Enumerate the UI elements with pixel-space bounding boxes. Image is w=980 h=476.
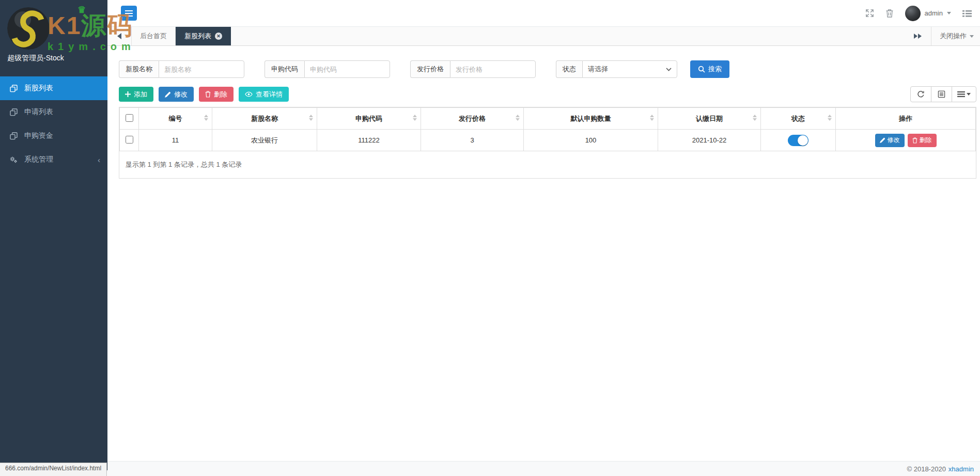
column-header-code[interactable]: 申购代码 (317, 108, 421, 130)
sidebar-item-label: 系统管理 (24, 155, 53, 164)
profile-name: 超级管理员-Stock (7, 54, 107, 63)
delete-button-label: 删除 (214, 90, 227, 99)
row-delete-label: 删除 (920, 136, 932, 145)
subscribe-code-input[interactable] (304, 60, 390, 78)
hamburger-menu-button[interactable] (121, 6, 137, 21)
close-operations-dropdown[interactable]: 关闭操作 (931, 27, 980, 45)
cell-id: 11 (139, 130, 212, 151)
trash-icon (912, 137, 917, 144)
table-row[interactable]: 11 农业银行 111222 3 100 2021-10-22 (120, 130, 976, 151)
table-mini-toolbar (911, 86, 976, 102)
sort-icon (650, 115, 654, 121)
status-select[interactable]: 请选择 (582, 60, 677, 78)
columns-list-icon (957, 91, 965, 98)
copyright-text: © 2018-2020 (907, 465, 946, 473)
cell-date: 2021-10-22 (658, 130, 761, 151)
cell-price: 3 (421, 130, 524, 151)
card-view-icon (938, 90, 945, 98)
tab-close-icon[interactable]: ✕ (215, 33, 222, 40)
cell-select (120, 130, 139, 151)
issue-price-input[interactable] (450, 60, 536, 78)
right-panel-button[interactable] (962, 9, 972, 18)
pencil-icon (880, 137, 885, 143)
trash-icon (885, 9, 894, 18)
tabs-scroll-right-button[interactable] (904, 27, 931, 45)
header-select-all (120, 108, 139, 130)
tab-strip: 后台首页 新股列表 ✕ 关闭操作 (107, 27, 980, 46)
sidebar-item-system-management[interactable]: 系统管理 ‹ (0, 148, 107, 171)
column-header-id[interactable]: 编号 (139, 108, 212, 130)
column-header-name[interactable]: 新股名称 (212, 108, 317, 130)
chevron-down-icon (666, 68, 672, 71)
navbar-right: admin (865, 6, 972, 21)
top-navbar: admin (107, 0, 980, 27)
data-table-container: 编号 新股名称 申购代码 发行价格 默认申购数量 认缴日期 状态 操作 11 (119, 107, 976, 179)
clear-cache-button[interactable] (885, 9, 894, 18)
table-header-row: 编号 新股名称 申购代码 发行价格 默认申购数量 认缴日期 状态 操作 (120, 108, 976, 130)
toggle-view-button[interactable] (931, 86, 952, 102)
filter-label: 申购代码 (265, 60, 304, 78)
sidebar-menu: 新股列表 申请列表 申购资金 系统管理 ‹ (0, 76, 107, 171)
tabstrip-right: 关闭操作 (904, 27, 980, 45)
sort-icon (413, 115, 417, 121)
sidebar-item-label: 新股列表 (24, 84, 53, 93)
add-button[interactable]: 添加 (119, 87, 153, 102)
status-toggle[interactable] (788, 135, 808, 146)
sort-icon (204, 115, 208, 121)
tab-new-stock-list[interactable]: 新股列表 ✕ (176, 27, 231, 45)
footer: © 2018-2020 xhadmin (107, 461, 980, 476)
stock-name-input[interactable] (159, 60, 244, 78)
avatar[interactable] (7, 7, 50, 50)
delete-button[interactable]: 删除 (199, 87, 234, 102)
pencil-icon (165, 91, 171, 98)
select-all-checkbox[interactable] (126, 114, 133, 122)
column-header-date[interactable]: 认缴日期 (658, 108, 761, 130)
sidebar-item-label: 申请列表 (24, 107, 53, 117)
edit-button-label: 修改 (174, 90, 188, 99)
cell-code: 111222 (317, 130, 421, 151)
edit-button[interactable]: 修改 (159, 87, 194, 102)
sort-icon (309, 115, 313, 121)
column-header-price[interactable]: 发行价格 (421, 108, 524, 130)
user-avatar (905, 6, 921, 21)
column-header-status[interactable]: 状态 (761, 108, 836, 130)
sort-icon (828, 115, 832, 121)
plus-icon (125, 91, 131, 97)
clone-icon (9, 132, 18, 140)
filter-group-stock-name: 新股名称 (119, 60, 244, 78)
brand-link[interactable]: xhadmin (948, 465, 974, 473)
pagination-summary: 显示第 1 到第 1 条记录，总共 1 条记录 (119, 151, 976, 178)
cell-operations: 修改 删除 (836, 130, 976, 151)
user-menu[interactable]: admin (905, 6, 951, 21)
sidebar-item-new-stock-list[interactable]: 新股列表 (0, 76, 107, 100)
tabs-scroll-left-button[interactable] (107, 27, 131, 45)
filter-row: 新股名称 申购代码 发行价格 状态 请选择 搜索 (119, 60, 976, 78)
search-button-label: 搜索 (708, 65, 722, 74)
search-button[interactable]: 搜索 (690, 60, 729, 78)
cell-qty: 100 (524, 130, 658, 151)
data-table: 编号 新股名称 申购代码 发行价格 默认申购数量 认缴日期 状态 操作 11 (119, 107, 976, 151)
content-area: 新股名称 申购代码 发行价格 状态 请选择 搜索 (107, 46, 980, 179)
view-detail-button-label: 查看详情 (256, 90, 283, 99)
filter-label: 状态 (556, 60, 582, 78)
sidebar-item-apply-list[interactable]: 申请列表 (0, 100, 107, 124)
username: admin (925, 9, 943, 17)
status-select-value: 请选择 (588, 65, 608, 74)
row-edit-button[interactable]: 修改 (875, 134, 905, 147)
filter-label: 发行价格 (410, 60, 450, 78)
refresh-button[interactable] (910, 86, 931, 102)
column-header-qty[interactable]: 默认申购数量 (524, 108, 658, 130)
tab-dashboard[interactable]: 后台首页 (131, 27, 176, 45)
columns-button[interactable] (952, 86, 976, 102)
clone-icon (9, 108, 18, 116)
row-checkbox[interactable] (126, 136, 133, 144)
row-delete-button[interactable]: 删除 (908, 134, 937, 147)
fullscreen-button[interactable] (865, 9, 874, 18)
actions-row: 添加 修改 删除 查看详情 (119, 87, 976, 102)
sidebar: 超级管理员-Stock 新股列表 申请列表 申购资金 (0, 0, 107, 470)
chevron-right-icon (918, 34, 922, 39)
view-detail-button[interactable]: 查看详情 (239, 87, 289, 102)
chevron-left-icon: ‹ (98, 156, 100, 164)
sidebar-item-label: 申购资金 (24, 131, 53, 140)
sidebar-item-subscription-funds[interactable]: 申购资金 (0, 124, 107, 148)
